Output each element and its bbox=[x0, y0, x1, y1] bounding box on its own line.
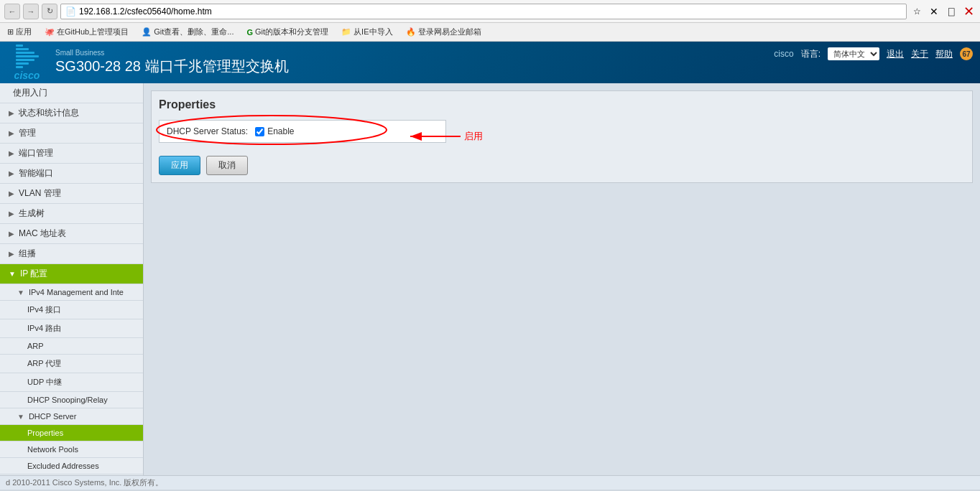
dhcp-status-row: DHCP Server Status: Enable bbox=[159, 120, 446, 143]
sidebar-item-multicast[interactable]: ▶ 组播 bbox=[0, 244, 143, 264]
address-bar[interactable]: 📄 192.168.1.2/csfec05640/home.htm bbox=[60, 4, 907, 19]
cisco-bar bbox=[16, 52, 34, 54]
cisco-bar bbox=[16, 62, 29, 65]
bookmark-git-version[interactable]: G Git的版本和分支管理 bbox=[244, 25, 331, 39]
bookmark-ie-import[interactable]: 📁 从IE中导入 bbox=[338, 25, 395, 39]
star-icon[interactable]: ☆ bbox=[910, 4, 924, 19]
sidebar-arrow: ▶ bbox=[9, 230, 14, 238]
lang-label: 语言: bbox=[801, 48, 820, 60]
sidebar-item-manage[interactable]: ▶ 管理 bbox=[0, 123, 143, 144]
content-area: Properties DHCP Server Status: Enable bbox=[144, 83, 980, 475]
sidebar-arrow: ▶ bbox=[9, 109, 14, 117]
dhcp-enable-checkbox[interactable] bbox=[255, 127, 264, 136]
sidebar-label: 生成树 bbox=[19, 207, 45, 220]
sidebar-arrow: ▼ bbox=[17, 413, 24, 421]
sidebar-item-getting-started[interactable]: 使用入门 bbox=[0, 83, 143, 103]
bookmark-email[interactable]: 🔥 登录网易企业邮箱 bbox=[403, 25, 484, 39]
cisco-bar bbox=[16, 45, 23, 47]
sidebar-arrow: ▶ bbox=[9, 129, 14, 137]
browser-chrome: ← → ↻ 📄 192.168.1.2/csfec05640/home.htm … bbox=[0, 0, 980, 42]
sidebar-item-mac[interactable]: ▶ MAC 地址表 bbox=[0, 224, 143, 244]
sidebar-item-dhcp-server[interactable]: ▼ DHCP Server bbox=[0, 408, 143, 425]
git-version-icon: G bbox=[246, 28, 253, 37]
sidebar-label: 智能端口 bbox=[19, 167, 53, 179]
sidebar-item-static-hosts[interactable]: Static Hosts bbox=[0, 474, 143, 475]
panel-title: Properties bbox=[159, 98, 965, 111]
dhcp-status-label: DHCP Server Status: bbox=[167, 126, 248, 136]
bookmarks-bar: ⊞ 应用 🐙 在GitHub上管理项目 👤 Git查看、删除、重命... G G… bbox=[0, 23, 980, 42]
sidebar-item-properties[interactable]: Properties bbox=[0, 425, 143, 441]
bookmark-github[interactable]: 🐙 在GitHub上管理项目 bbox=[42, 25, 131, 39]
address-text: 192.168.1.2/csfec05640/home.htm bbox=[79, 6, 212, 17]
sidebar-label: 管理 bbox=[19, 127, 36, 139]
sidebar: 使用入门 ▶ 状态和统计信息 ▶ 管理 ▶ 端口管理 ▶ 智能端口 ▶ VLAN… bbox=[0, 83, 144, 475]
sidebar-label: 使用入门 bbox=[13, 87, 47, 99]
browser-nav: ← → ↻ 📄 192.168.1.2/csfec05640/home.htm … bbox=[0, 0, 980, 23]
sidebar-label: 端口管理 bbox=[19, 147, 53, 159]
bookmark-apps[interactable]: ⊞ 应用 bbox=[4, 25, 34, 39]
sidebar-label: Properties bbox=[27, 429, 63, 437]
cisco-logo-image: cisco bbox=[7, 50, 47, 75]
apps-icon: ⊞ bbox=[7, 27, 14, 37]
logout-link[interactable]: 退出 bbox=[887, 48, 904, 60]
back-button[interactable]: ← bbox=[4, 4, 20, 19]
cisco-bar bbox=[16, 48, 29, 50]
apply-button[interactable]: 应用 bbox=[159, 156, 200, 175]
status-text: d 2010-2011 Cisco Systems, Inc. 版权所有。 bbox=[6, 477, 163, 488]
avatar: 67 bbox=[960, 47, 973, 60]
sidebar-label: IPv4 Management and Inte bbox=[29, 288, 124, 296]
sidebar-item-port-mgmt[interactable]: ▶ 端口管理 bbox=[0, 144, 143, 164]
help-link[interactable]: 帮助 bbox=[935, 48, 953, 60]
sidebar-item-network-pools[interactable]: Network Pools bbox=[0, 441, 143, 458]
window-control-2[interactable]: ⎕ bbox=[944, 4, 958, 19]
cancel-button[interactable]: 取消 bbox=[206, 156, 248, 175]
sidebar-label: VLAN 管理 bbox=[19, 187, 61, 200]
sidebar-label: DHCP Snooping/Relay bbox=[27, 396, 108, 404]
sidebar-label: ARP 代理 bbox=[27, 358, 61, 369]
sidebar-item-udp-relay[interactable]: UDP 中继 bbox=[0, 373, 143, 392]
about-link[interactable]: 关于 bbox=[911, 48, 928, 60]
cisco-logo: cisco Small Business SG300-28 28 端口千兆管理型… bbox=[7, 49, 289, 76]
sidebar-item-ipv4-route[interactable]: IPv4 路由 bbox=[0, 319, 143, 338]
sidebar-item-ipv4-interface[interactable]: IPv4 接口 bbox=[0, 301, 143, 319]
sidebar-label: Excluded Addresses bbox=[27, 462, 99, 470]
sidebar-arrow: ▶ bbox=[9, 190, 14, 197]
sidebar-label: 状态和统计信息 bbox=[19, 107, 79, 119]
page-icon: 📄 bbox=[65, 6, 76, 17]
lang-select[interactable]: 简体中文 bbox=[828, 47, 879, 60]
status-bar: d 2010-2011 Cisco Systems, Inc. 版权所有。 bbox=[0, 475, 980, 490]
github-icon: 🐙 bbox=[45, 27, 55, 37]
window-control-3[interactable]: ✕ bbox=[961, 4, 976, 19]
cisco-bar bbox=[16, 55, 39, 57]
bookmark-git-manage[interactable]: 👤 Git查看、删除、重命... bbox=[139, 25, 236, 39]
dhcp-enable-label: Enable bbox=[267, 126, 294, 136]
sidebar-item-excluded-addresses[interactable]: Excluded Addresses bbox=[0, 458, 143, 474]
content-panel: Properties DHCP Server Status: Enable bbox=[151, 90, 973, 183]
sidebar-arrow: ▼ bbox=[9, 270, 16, 278]
cisco-bar bbox=[16, 66, 23, 68]
cisco-text-area: Small Business SG300-28 28 端口千兆管理型交换机 bbox=[55, 49, 289, 76]
sidebar-label: MAC 地址表 bbox=[19, 228, 66, 240]
folder-icon: 📁 bbox=[341, 27, 351, 37]
window-control-1[interactable]: ✕ bbox=[927, 4, 941, 19]
sidebar-item-stp[interactable]: ▶ 生成树 bbox=[0, 204, 143, 224]
sidebar-label: IP 配置 bbox=[20, 268, 47, 280]
sidebar-item-ip-config[interactable]: ▼ IP 配置 bbox=[0, 264, 143, 284]
sidebar-label: 组播 bbox=[19, 248, 36, 260]
cisco-bar bbox=[16, 59, 34, 61]
cisco-header-right: cisco 语言: 简体中文 退出 关于 帮助 67 bbox=[774, 47, 973, 60]
sidebar-label: IPv4 路由 bbox=[27, 323, 61, 334]
sidebar-item-ipv4-mgmt[interactable]: ▼ IPv4 Management and Inte bbox=[0, 284, 143, 301]
cisco-text: cisco bbox=[14, 70, 40, 81]
sidebar-item-smart-port[interactable]: ▶ 智能端口 bbox=[0, 164, 143, 184]
sidebar-item-status[interactable]: ▶ 状态和统计信息 bbox=[0, 103, 143, 123]
sidebar-item-vlan[interactable]: ▶ VLAN 管理 bbox=[0, 184, 143, 204]
sidebar-label: DHCP Server bbox=[29, 412, 76, 421]
sidebar-item-arp[interactable]: ARP bbox=[0, 338, 143, 355]
sidebar-item-dhcp-snooping[interactable]: DHCP Snooping/Relay bbox=[0, 392, 143, 408]
forward-button[interactable]: → bbox=[23, 4, 39, 19]
main-layout: 使用入门 ▶ 状态和统计信息 ▶ 管理 ▶ 端口管理 ▶ 智能端口 ▶ VLAN… bbox=[0, 83, 980, 475]
sidebar-item-arp-proxy[interactable]: ARP 代理 bbox=[0, 355, 143, 373]
cisco-bars bbox=[16, 45, 39, 68]
reload-button[interactable]: ↻ bbox=[42, 4, 57, 19]
